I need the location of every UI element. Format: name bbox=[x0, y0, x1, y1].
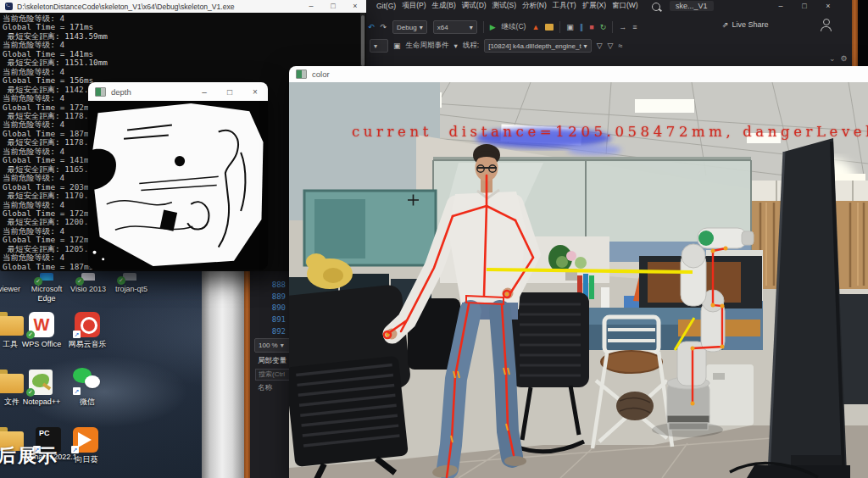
danger-overlay-text: current distance=1205.058472mm, dangerLe… bbox=[352, 124, 868, 140]
process-dropdown[interactable]: ▾ bbox=[370, 39, 388, 53]
opencv-window-icon bbox=[95, 87, 106, 97]
stop-icon[interactable]: ■ bbox=[589, 22, 593, 32]
locals-panel-title[interactable]: 局部变量 bbox=[258, 356, 287, 366]
thread-label: 线程: bbox=[463, 41, 479, 51]
vs-menu-item[interactable]: 测试(S) bbox=[492, 1, 516, 11]
sunflower-icon[interactable] bbox=[73, 427, 98, 453]
check-badge-icon bbox=[117, 276, 125, 285]
more-commands-icon[interactable]: ≡ bbox=[632, 22, 637, 32]
locals-name-column: 名称 bbox=[258, 383, 272, 393]
share-icon: ⇗ bbox=[722, 20, 729, 29]
editor-line-number: 888 bbox=[250, 280, 286, 292]
vs-close-button[interactable]: × bbox=[819, 0, 837, 12]
pause-icon[interactable]: ∥ bbox=[580, 22, 584, 32]
vs-maximize-button[interactable]: □ bbox=[795, 0, 814, 12]
hot-reload-icon[interactable]: ▲ bbox=[531, 22, 539, 32]
vs-menu-item[interactable]: 调试(D) bbox=[462, 1, 487, 11]
desktop-icon-edge[interactable]: Microsoft Edge bbox=[25, 285, 68, 303]
color-window-title: color bbox=[312, 69, 868, 79]
desktop-icon-trojan[interactable]: trojan-qt5 bbox=[108, 285, 154, 294]
color-title-bar[interactable]: color bbox=[289, 66, 868, 83]
notepad-plus-icon[interactable] bbox=[29, 370, 53, 395]
wechat-icon[interactable] bbox=[73, 368, 102, 395]
vs-debug-location-bar: ▾ ▣ 生命周期事件 ▾ 线程: [10824] k4a.dll!depth_e… bbox=[370, 39, 622, 53]
redo-icon[interactable]: ↷ bbox=[381, 22, 387, 32]
depth-image-canvas bbox=[88, 101, 268, 270]
desktop-icon-netease[interactable]: 网易云音乐 bbox=[59, 340, 115, 349]
vs-window-title: ske..._V1 bbox=[670, 1, 714, 11]
search-icon[interactable] bbox=[652, 3, 660, 11]
editor-line-number: 890 bbox=[250, 303, 286, 314]
console-scrollbar-thumb[interactable] bbox=[361, 15, 364, 66]
console-maximize-button[interactable]: □ bbox=[322, 0, 344, 13]
vs-menu-item[interactable]: Git(G) bbox=[376, 2, 396, 10]
console-minimize-button[interactable]: – bbox=[300, 0, 322, 13]
console-title-bar[interactable]: D:\skeletonDistanceCode\skeleton_V1\x64\… bbox=[0, 0, 366, 13]
desktop-icon-visio[interactable]: Visio 2013 bbox=[67, 285, 109, 294]
folder-icon[interactable] bbox=[0, 312, 25, 337]
vs-menu-item[interactable]: 扩展(X) bbox=[582, 1, 606, 11]
restart-icon[interactable]: ↻ bbox=[600, 22, 607, 32]
desktop-icon-sunflower[interactable]: 向日葵 bbox=[59, 455, 114, 464]
opencv-window-icon bbox=[296, 69, 307, 79]
vs-toolbar: ↶ ↷ Debug▾ x64▾ ▶ 继续(C) ▲ ▣ ∥ ■ ↻ → ≡ bbox=[368, 18, 637, 36]
platform-dropdown[interactable]: x64▾ bbox=[433, 20, 477, 34]
editor-line-number: 891 bbox=[250, 314, 286, 326]
editor-line-number: 892 bbox=[250, 326, 286, 338]
vs-menu-item[interactable]: 生成(B) bbox=[431, 1, 455, 11]
flag-filter-icon[interactable]: ▽ bbox=[608, 41, 614, 51]
lifecycle-events-dropdown[interactable]: 生命周期事件 bbox=[406, 41, 449, 51]
filter-icon[interactable]: ▽ bbox=[597, 41, 603, 51]
vs-minimize-button[interactable]: – bbox=[771, 0, 790, 12]
live-share-button[interactable]: Live Share bbox=[732, 20, 769, 29]
editor-line-numbers: 888889890891892 bbox=[250, 280, 286, 338]
vs-menu-item[interactable]: 窗口(W) bbox=[612, 1, 638, 11]
wps-icon[interactable]: W bbox=[29, 312, 54, 337]
chevron-down-icon[interactable]: ⌄ bbox=[829, 54, 836, 63]
gear-icon[interactable]: ⚙ bbox=[841, 54, 848, 63]
vs-menu-item[interactable]: 分析(N) bbox=[522, 1, 547, 11]
color-window: color bbox=[289, 66, 868, 478]
screenshot-icon[interactable]: ▣ bbox=[566, 22, 574, 32]
color-camera-view: current distance=1205.058472mm, dangerLe… bbox=[289, 82, 868, 478]
console-close-button[interactable]: × bbox=[344, 0, 366, 13]
depth-maximize-button[interactable]: □ bbox=[217, 87, 242, 97]
desktop-icon-wechat[interactable]: 微信 bbox=[59, 397, 115, 407]
depth-minimize-button[interactable]: – bbox=[192, 87, 217, 97]
depth-close-button[interactable]: × bbox=[242, 87, 268, 97]
folder-icon[interactable] bbox=[0, 370, 25, 395]
live-share-group[interactable]: ⇗ Live Share bbox=[722, 20, 769, 29]
editor-line-number: 889 bbox=[250, 292, 286, 303]
event-icon: ▣ bbox=[393, 41, 401, 51]
depth-window: depth – □ × bbox=[88, 82, 268, 270]
thread-dropdown[interactable]: [10824] k4a.dll!depth_engine_t ▾ bbox=[484, 39, 591, 53]
console-title: D:\skeletonDistanceCode\skeleton_V1\x64\… bbox=[17, 3, 300, 11]
color-scene bbox=[289, 82, 868, 478]
vs-panel-corner-icons: ⌄ ⚙ bbox=[829, 54, 848, 63]
wallpaper-text: 后展示 bbox=[0, 443, 58, 469]
depth-window-title: depth bbox=[111, 87, 192, 97]
suspend-icon[interactable]: ≈ bbox=[618, 41, 622, 51]
step-icon[interactable]: → bbox=[619, 22, 626, 32]
vs-menu-item[interactable]: 项目(P) bbox=[402, 1, 426, 11]
vs-menu-bar: Git(G)项目(P)生成(B)调试(D)测试(S)分析(N)工具(T)扩展(X… bbox=[376, 0, 638, 12]
feedback-icon[interactable] bbox=[821, 19, 832, 31]
min-distance-line bbox=[487, 270, 693, 272]
depth-title-bar[interactable]: depth – □ × bbox=[88, 82, 268, 102]
netease-music-icon[interactable] bbox=[75, 312, 100, 337]
config-dropdown[interactable]: Debug▾ bbox=[392, 20, 427, 34]
folder-icon[interactable] bbox=[545, 24, 554, 31]
cmd-icon bbox=[5, 3, 13, 10]
continue-button[interactable]: 继续(C) bbox=[502, 22, 526, 32]
vs-menu-item[interactable]: 工具(T) bbox=[553, 1, 576, 11]
depth-image bbox=[88, 101, 268, 270]
undo-icon[interactable]: ↶ bbox=[368, 22, 375, 32]
continue-icon[interactable]: ▶ bbox=[490, 22, 496, 32]
